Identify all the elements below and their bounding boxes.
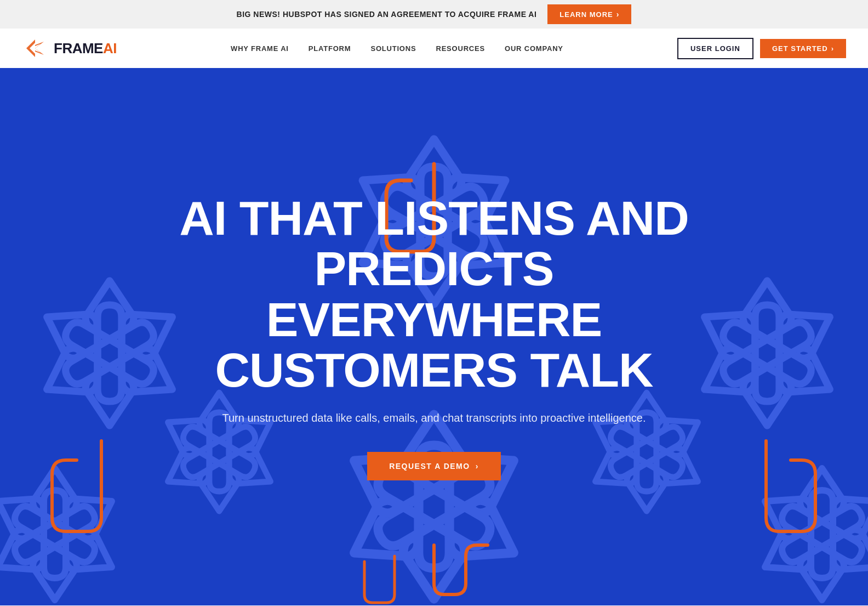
request-demo-button[interactable]: REQUEST A DEMO › [367, 452, 501, 480]
nav-links: WHY FRAME AI PLATFORM SOLUTIONS RESOURCE… [231, 43, 563, 53]
hero-title: AI THAT LISTENS AND PREDICTS EVERYWHERE … [133, 193, 735, 396]
hero-title-line1: AI THAT LISTENS AND PREDICTS [179, 191, 688, 296]
navbar: FRAME AI WHY FRAME AI PLATFORM SOLUTIONS… [0, 29, 868, 68]
nav-item-why-frame-ai[interactable]: WHY FRAME AI [231, 43, 289, 53]
user-login-button[interactable]: USER LOGIN [677, 38, 753, 59]
get-started-button[interactable]: GET STARTED › [760, 39, 846, 58]
nav-item-solutions[interactable]: SOLUTIONS [370, 43, 416, 53]
request-demo-arrow: › [476, 462, 479, 471]
logo[interactable]: FRAME AI [22, 35, 117, 61]
nav-item-our-company[interactable]: OUR COMPANY [505, 43, 563, 53]
logo-frame-text: FRAME [54, 40, 103, 57]
hero-content: AI THAT LISTENS AND PREDICTS EVERYWHERE … [133, 193, 735, 481]
get-started-label: GET STARTED [772, 44, 828, 53]
hero-subtitle: Turn unstructured data like calls, email… [133, 412, 735, 424]
logo-icon [22, 35, 48, 61]
announcement-text: BIG NEWS! HUBSPOT HAS SIGNED AN AGREEMEN… [237, 10, 537, 19]
announcement-bar: BIG NEWS! HUBSPOT HAS SIGNED AN AGREEMEN… [0, 0, 868, 29]
nav-item-resources[interactable]: RESOURCES [436, 43, 485, 53]
request-demo-label: REQUEST A DEMO [389, 462, 470, 471]
logo-text: FRAME AI [54, 40, 117, 57]
logo-ai-text: AI [103, 40, 117, 57]
nav-actions: USER LOGIN GET STARTED › [677, 38, 846, 59]
get-started-arrow: › [831, 44, 834, 53]
nav-item-platform[interactable]: PLATFORM [309, 43, 351, 53]
hero-title-line2: EVERYWHERE CUSTOMERS TALK [215, 292, 653, 397]
learn-more-arrow: › [616, 10, 620, 19]
learn-more-label: LEARN MORE [559, 10, 613, 19]
learn-more-button[interactable]: LEARN MORE › [547, 4, 631, 24]
hero-section: AI THAT LISTENS AND PREDICTS EVERYWHERE … [0, 68, 868, 605]
